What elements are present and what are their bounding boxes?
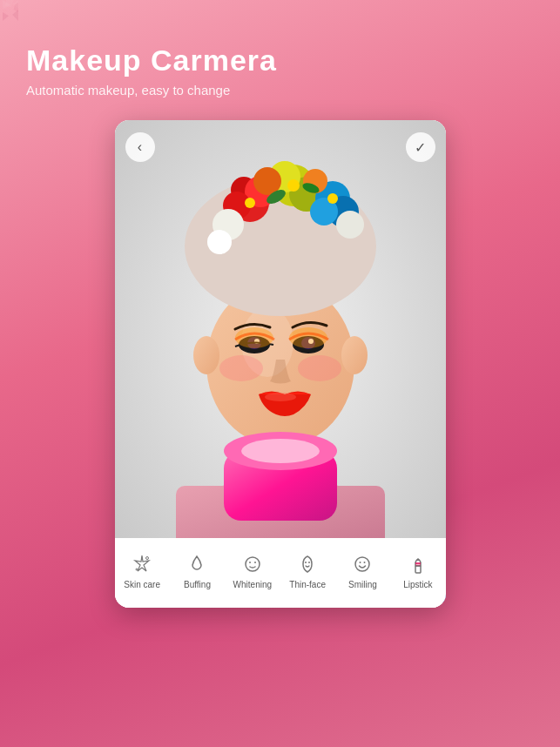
header: Makeup Carmera Automatic makeup, easy to… (0, 0, 560, 106)
tool-lipstick[interactable]: Lipstick (390, 552, 445, 589)
svg-point-53 (327, 193, 338, 204)
app-subtitle: Automatic makeup, easy to change (26, 83, 534, 98)
thin-face-label: Thin-face (289, 580, 326, 589)
lipstick-label: Lipstick (403, 580, 432, 589)
sparkles-icon (130, 552, 154, 576)
svg-point-79 (146, 556, 149, 559)
svg-point-88 (364, 562, 366, 563)
svg-point-47 (336, 211, 364, 239)
svg-point-83 (254, 562, 256, 563)
svg-point-57 (298, 355, 341, 381)
svg-point-82 (249, 562, 251, 563)
svg-point-54 (193, 336, 219, 374)
thin-face-icon (295, 552, 320, 576)
svg-point-52 (287, 179, 300, 192)
svg-point-21 (265, 393, 296, 401)
smile-icon (350, 552, 374, 576)
drop-icon (185, 552, 209, 576)
svg-point-56 (219, 355, 263, 381)
buffing-label: Buffing (184, 580, 211, 589)
svg-point-87 (360, 562, 361, 563)
tool-thin-face[interactable]: Thin-face (280, 552, 334, 589)
tool-smiling[interactable]: Smiling (335, 552, 390, 589)
confirm-button[interactable]: ✓ (406, 132, 435, 162)
svg-point-81 (246, 557, 260, 571)
skin-care-label: Skin care (124, 580, 160, 589)
bottom-toolbar: Skin care Buffing Whitening (115, 538, 446, 608)
photo-area: ‹ ✓ (115, 120, 446, 547)
svg-point-86 (355, 557, 369, 571)
tool-whitening[interactable]: Whitening (225, 552, 280, 589)
svg-point-84 (305, 562, 307, 563)
svg-point-85 (308, 562, 310, 563)
whitening-label: Whitening (233, 580, 272, 589)
smiling-label: Smiling (348, 580, 377, 589)
back-button[interactable]: ‹ (125, 132, 155, 162)
svg-point-48 (207, 230, 232, 254)
app-title: Makeup Carmera (26, 44, 534, 77)
tool-buffing[interactable]: Buffing (170, 552, 225, 589)
face-icon (240, 552, 265, 576)
svg-point-55 (341, 336, 368, 374)
phone-frame: ‹ ✓ (115, 120, 446, 608)
svg-point-32 (241, 439, 320, 463)
lipstick-icon (406, 552, 430, 576)
svg-rect-91 (415, 563, 421, 566)
tool-skin-care[interactable]: Skin care (115, 552, 170, 589)
svg-rect-89 (415, 566, 421, 573)
svg-point-80 (136, 569, 138, 570)
svg-point-51 (245, 198, 255, 208)
